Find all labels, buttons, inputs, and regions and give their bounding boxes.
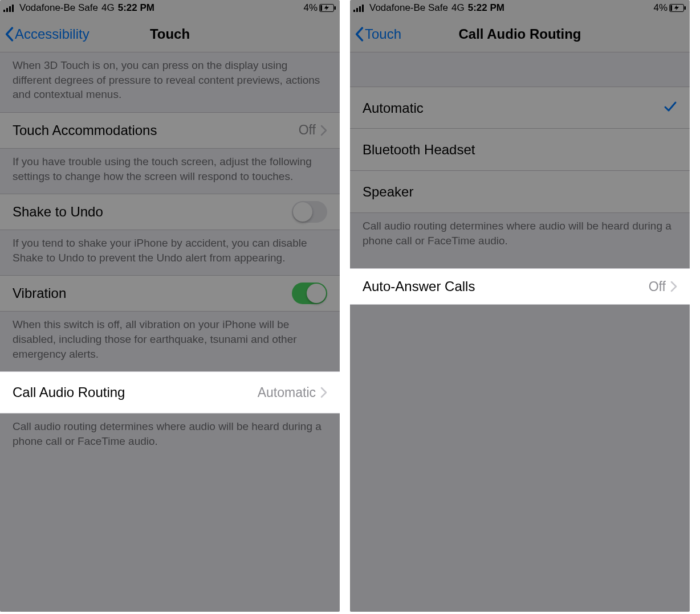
carrier-label: Vodafone-Be Safe xyxy=(369,2,448,14)
routing-option-bluetooth[interactable]: Bluetooth Headset xyxy=(350,129,690,171)
network-label: 4G xyxy=(451,2,465,14)
option-label: Automatic xyxy=(363,100,664,116)
routing-footer: Call audio routing determines where audi… xyxy=(350,213,690,258)
auto-answer-value: Off xyxy=(649,279,666,294)
svg-rect-12 xyxy=(685,6,686,10)
touch-accommodations-value: Off xyxy=(299,122,316,138)
checkmark-icon xyxy=(664,100,677,116)
option-label: Bluetooth Headset xyxy=(363,142,677,158)
nav-bar: Accessibility Touch xyxy=(0,16,340,52)
touch-accommodations-label: Touch Accommodations xyxy=(13,122,299,138)
svg-rect-13 xyxy=(670,5,672,11)
back-button[interactable]: Touch xyxy=(355,26,401,42)
back-button[interactable]: Accessibility xyxy=(5,26,89,42)
svg-rect-7 xyxy=(353,10,355,12)
cellular-signal-icon xyxy=(3,4,16,12)
settings-list: Automatic Bluetooth Headset Speaker Call… xyxy=(350,52,690,305)
call-audio-routing-cell[interactable]: Call Audio Routing Automatic xyxy=(0,371,340,414)
chevron-right-icon xyxy=(320,125,327,136)
svg-rect-8 xyxy=(356,8,358,12)
auto-answer-calls-cell[interactable]: Auto-Answer Calls Off xyxy=(350,268,690,305)
battery-percent: 4% xyxy=(303,2,318,14)
routing-option-speaker[interactable]: Speaker xyxy=(350,171,690,213)
touch3d-footer: When 3D Touch is on, you can press on th… xyxy=(0,52,340,112)
back-label: Touch xyxy=(365,26,401,42)
touch-accommodations-footer: If you have trouble using the touch scre… xyxy=(0,149,340,194)
cellular-signal-icon xyxy=(353,4,366,12)
svg-rect-1 xyxy=(6,8,8,12)
svg-rect-5 xyxy=(335,6,336,10)
battery-indicator: 4% xyxy=(303,2,336,14)
carrier-label: Vodafone-Be Safe xyxy=(19,2,98,14)
svg-rect-0 xyxy=(3,10,5,12)
option-label: Speaker xyxy=(363,184,677,200)
svg-rect-2 xyxy=(9,6,11,12)
battery-indicator: 4% xyxy=(653,2,686,14)
status-bar: Vodafone-Be Safe 4G 5:22 PM 4% xyxy=(350,0,690,16)
back-label: Accessibility xyxy=(15,26,89,42)
settings-list: When 3D Touch is on, you can press on th… xyxy=(0,52,340,459)
shake-footer: If you tend to shake your iPhone by acci… xyxy=(0,230,340,275)
call-audio-routing-value: Automatic xyxy=(258,385,316,400)
svg-rect-10 xyxy=(362,5,364,12)
clock-time: 5:22 PM xyxy=(468,2,504,14)
chevron-right-icon xyxy=(670,281,677,292)
call-audio-routing-label: Call Audio Routing xyxy=(13,384,258,400)
vibration-label: Vibration xyxy=(13,285,292,301)
vibration-toggle[interactable] xyxy=(292,283,327,304)
shake-to-undo-cell[interactable]: Shake to Undo xyxy=(0,194,340,230)
screen-touch-settings: Vodafone-Be Safe 4G 5:22 PM 4% Accessibi… xyxy=(0,0,340,612)
battery-percent: 4% xyxy=(653,2,668,14)
status-bar: Vodafone-Be Safe 4G 5:22 PM 4% xyxy=(0,0,340,16)
shake-to-undo-toggle[interactable] xyxy=(292,201,327,223)
vibration-footer: When this switch is off, all vibration o… xyxy=(0,312,340,371)
shake-to-undo-label: Shake to Undo xyxy=(13,204,292,220)
screen-call-audio-routing: Vodafone-Be Safe 4G 5:22 PM 4% Touch Cal… xyxy=(350,0,690,612)
chevron-right-icon xyxy=(320,387,327,398)
touch-accommodations-cell[interactable]: Touch Accommodations Off xyxy=(0,112,340,149)
call-audio-footer: Call audio routing determines where audi… xyxy=(0,414,340,459)
auto-answer-label: Auto-Answer Calls xyxy=(363,279,649,294)
svg-rect-6 xyxy=(320,5,322,11)
nav-bar: Touch Call Audio Routing xyxy=(350,16,690,52)
vibration-cell[interactable]: Vibration xyxy=(0,275,340,312)
svg-rect-9 xyxy=(359,6,361,12)
network-label: 4G xyxy=(101,2,115,14)
clock-time: 5:22 PM xyxy=(118,2,154,14)
svg-rect-3 xyxy=(12,5,14,12)
routing-option-automatic[interactable]: Automatic xyxy=(350,87,690,129)
